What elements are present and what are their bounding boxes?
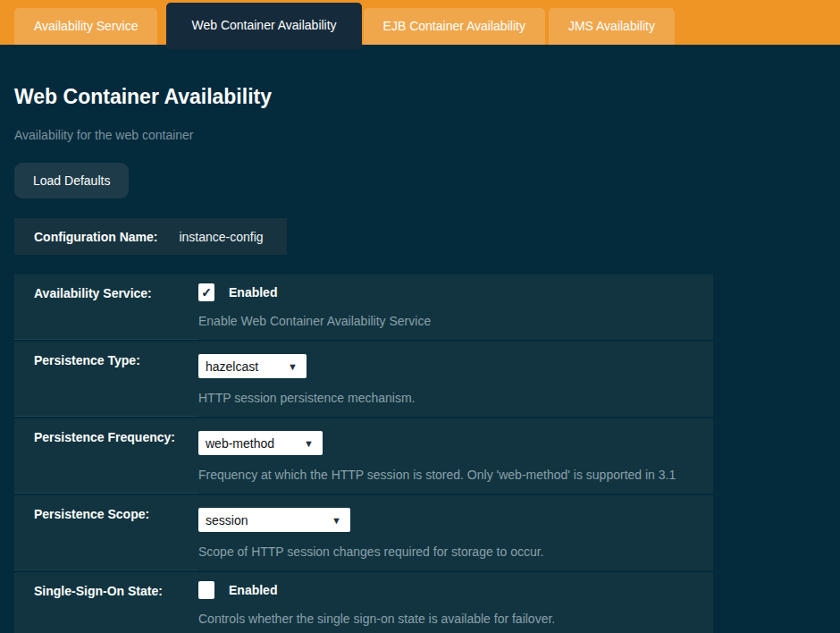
- single-sign-on-state-enabled-label: Enabled: [229, 583, 277, 597]
- tab-ejb-container-availability[interactable]: EJB Container Availability: [364, 8, 545, 45]
- availability-service-content: ✓ Enabled Enable Web Container Availabil…: [198, 274, 713, 340]
- persistence-frequency-select[interactable]: web-method ▼: [198, 431, 323, 455]
- tab-jms-availability[interactable]: JMS Availability: [549, 8, 675, 45]
- single-sign-on-state-content: Enabled Controls whether the single sign…: [198, 572, 713, 633]
- tab-availability-service[interactable]: Availability Service: [14, 8, 157, 45]
- persistence-frequency-content: web-method ▼ Frequency at which the HTTP…: [198, 418, 713, 494]
- form-row-persistence-scope: Persistence Scope: session ▼ Scope of HT…: [14, 495, 713, 570]
- form-row-persistence-frequency: Persistence Frequency: web-method ▼ Freq…: [14, 418, 713, 494]
- chevron-down-icon: ▼: [332, 515, 341, 526]
- form-row-availability-service: Availability Service: ✓ Enabled Enable W…: [14, 274, 713, 340]
- persistence-frequency-help-text: Frequency at which the HTTP session is s…: [198, 468, 701, 483]
- page-subtitle: Availability for the web container: [14, 128, 826, 143]
- persistence-scope-select-value: session: [206, 513, 248, 528]
- persistence-type-select-value: hazelcast: [206, 359, 258, 374]
- availability-service-enabled-label: Enabled: [229, 285, 277, 300]
- checkbox-line: Enabled: [198, 581, 701, 599]
- availability-service-help-text: Enable Web Container Availability Servic…: [198, 314, 701, 329]
- persistence-frequency-label: Persistence Frequency:: [14, 418, 198, 494]
- form-row-persistence-type: Persistence Type: hazelcast ▼ HTTP sessi…: [14, 342, 713, 417]
- persistence-type-content: hazelcast ▼ HTTP session persistence mec…: [198, 342, 713, 417]
- tab-bar: Availability Service Web Container Avail…: [0, 0, 840, 45]
- main-content: Web Container Availability Availability …: [0, 84, 840, 633]
- tab-web-container-availability[interactable]: Web Container Availability: [166, 3, 361, 49]
- single-sign-on-state-checkbox[interactable]: [198, 581, 214, 599]
- persistence-scope-label: Persistence Scope:: [14, 495, 198, 570]
- chevron-down-icon: ▼: [288, 361, 298, 372]
- persistence-type-select[interactable]: hazelcast ▼: [198, 354, 307, 378]
- persistence-type-label: Persistence Type:: [14, 342, 198, 417]
- availability-service-label: Availability Service:: [14, 274, 198, 340]
- configuration-name-bar: Configuration Name: instance-config: [14, 218, 287, 255]
- checkbox-line: ✓ Enabled: [198, 283, 701, 301]
- single-sign-on-state-help-text: Controls whether the single sign-on stat…: [198, 612, 701, 627]
- persistence-type-help-text: HTTP session persistence mechanism.: [198, 391, 701, 406]
- persistence-scope-content: session ▼ Scope of HTTP session changes …: [198, 495, 713, 570]
- single-sign-on-state-label: Single-Sign-On State:: [14, 572, 198, 633]
- configuration-name-value: instance-config: [179, 230, 263, 244]
- load-defaults-button[interactable]: Load Defaults: [14, 163, 129, 198]
- page-title: Web Container Availability: [14, 84, 826, 109]
- availability-service-checkbox[interactable]: ✓: [198, 283, 214, 301]
- persistence-frequency-select-value: web-method: [206, 436, 274, 451]
- availability-form: Availability Service: ✓ Enabled Enable W…: [14, 274, 713, 633]
- chevron-down-icon: ▼: [304, 438, 314, 449]
- form-row-single-sign-on-state: Single-Sign-On State: Enabled Controls w…: [14, 572, 713, 633]
- persistence-scope-select[interactable]: session ▼: [198, 508, 350, 532]
- configuration-name-label: Configuration Name:: [34, 230, 157, 244]
- persistence-scope-help-text: Scope of HTTP session changes required f…: [198, 544, 701, 560]
